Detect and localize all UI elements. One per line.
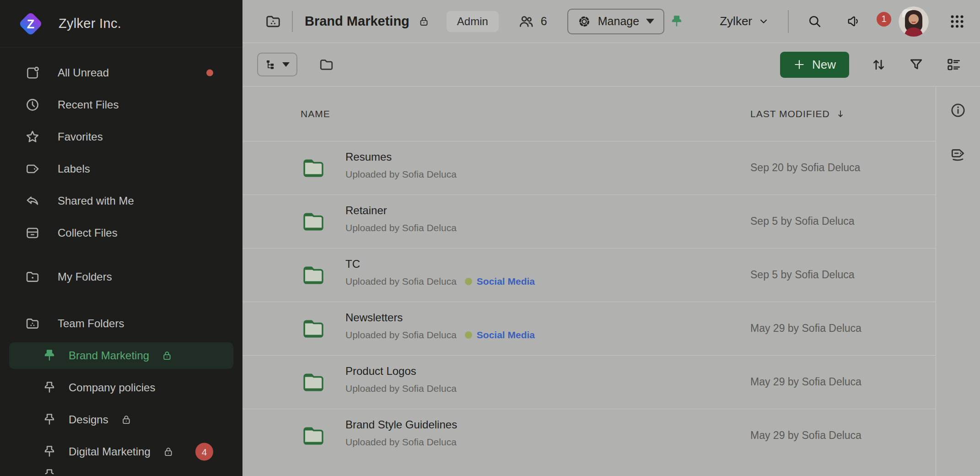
pin-icon xyxy=(42,380,57,395)
last-modified-text: Sep 5 by Sofia Deluca xyxy=(750,215,855,227)
info-icon[interactable] xyxy=(949,102,967,119)
toolbar: New xyxy=(242,43,980,87)
label-chip[interactable]: Social Media xyxy=(465,276,535,287)
sidebar-item-team-folders[interactable]: Team Folders xyxy=(0,308,242,340)
manage-button[interactable]: Manage xyxy=(567,9,664,34)
lock-icon xyxy=(162,446,174,458)
sidebar-header: Z Zylker Inc. xyxy=(0,0,242,48)
sidebar-item-all-unread[interactable]: All Unread xyxy=(0,57,242,89)
sidebar-item-collect-files[interactable]: Collect Files xyxy=(0,217,242,249)
file-name[interactable]: TC xyxy=(345,257,535,271)
sort-icon[interactable] xyxy=(871,57,887,73)
sidebar-item-label: Shared with Me xyxy=(58,195,134,207)
new-button-label: New xyxy=(812,58,836,72)
label-text: Social Media xyxy=(477,330,535,341)
gear-icon xyxy=(577,15,591,28)
uploader-text: Uploaded by Sofia Deluca xyxy=(345,437,457,448)
file-name[interactable]: Product Logos xyxy=(345,364,457,378)
search-icon[interactable] xyxy=(807,14,822,29)
table-row[interactable]: TC Uploaded by Sofia Deluca Social Media… xyxy=(242,248,936,302)
users-icon xyxy=(518,13,534,30)
member-count: 6 xyxy=(541,15,547,28)
divider xyxy=(788,10,789,33)
pinned-icon[interactable] xyxy=(669,14,684,29)
caret-down-icon xyxy=(646,19,654,24)
file-name[interactable]: Resumes xyxy=(345,150,457,164)
main-area: Brand Marketing Admin 6 Manage Zylker xyxy=(242,0,980,476)
last-modified-text: Sep 5 by Sofia Deluca xyxy=(750,269,855,281)
labels-panel-icon[interactable] xyxy=(949,146,967,163)
sidebar-item-label: Recent Files xyxy=(58,98,118,111)
folder-icon xyxy=(302,371,324,393)
sidebar-item-labels[interactable]: Labels xyxy=(0,153,242,185)
user-avatar[interactable] xyxy=(899,6,929,37)
file-list: NAME LAST MODIFIED Resumes Uploaded by S… xyxy=(242,87,936,476)
sidebar-item-recent-files[interactable]: Recent Files xyxy=(0,89,242,121)
file-name[interactable]: Brand Style Guidelines xyxy=(345,418,457,432)
folder-icon xyxy=(302,264,324,286)
sidebar-team-folder-designs[interactable]: Designs xyxy=(9,404,233,436)
list-view-icon[interactable] xyxy=(946,57,962,73)
folder-icon xyxy=(302,424,324,447)
role-badge: Admin xyxy=(447,11,499,32)
table-row[interactable]: Product Logos Uploaded by Sofia Deluca M… xyxy=(242,355,936,409)
view-switcher-dropdown[interactable] xyxy=(257,53,297,76)
collect-icon xyxy=(25,225,40,241)
zylker-logo-icon: Z xyxy=(16,9,46,39)
last-modified-text: May 29 by Sofia Deluca xyxy=(750,322,862,335)
workspace-switcher[interactable]: Zylker xyxy=(720,14,769,28)
spacer xyxy=(0,293,242,308)
table-row[interactable]: Resumes Uploaded by Sofia Deluca Sep 20 … xyxy=(242,141,936,195)
last-modified-text: Sep 20 by Sofia Deluca xyxy=(750,162,860,174)
column-header-name[interactable]: NAME xyxy=(301,108,330,119)
clock-icon xyxy=(25,97,40,113)
lock-icon xyxy=(161,350,173,362)
page-title: Brand Marketing xyxy=(305,14,409,29)
apps-grid-icon[interactable] xyxy=(949,13,965,30)
sidebar-team-folder-company-policies[interactable]: Company policies xyxy=(9,372,233,404)
table-header: NAME LAST MODIFIED xyxy=(242,87,936,141)
team-folder-label: Digital Marketing xyxy=(69,445,151,458)
row-text: Product Logos Uploaded by Sofia Deluca xyxy=(345,364,457,394)
sort-descending-icon xyxy=(835,109,845,119)
table-row[interactable]: Retainer Uploaded by Sofia Deluca Sep 5 … xyxy=(242,195,936,248)
table-row[interactable]: Newsletters Uploaded by Sofia Deluca Soc… xyxy=(242,302,936,355)
new-button[interactable]: New xyxy=(780,52,849,78)
unread-count-badge: 4 xyxy=(195,443,213,461)
sidebar-item-shared-with-me[interactable]: Shared with Me xyxy=(0,185,242,217)
filter-icon[interactable] xyxy=(908,57,924,73)
unread-dot xyxy=(206,70,213,76)
pin-icon xyxy=(42,412,57,427)
announcements-icon[interactable] xyxy=(846,14,861,29)
uploader-text: Uploaded by Sofia Deluca xyxy=(345,169,457,180)
sidebar-item-label: Favorites xyxy=(58,130,103,143)
file-name[interactable]: Newsletters xyxy=(345,311,535,325)
sidebar-nav: All Unread Recent Files Favorites Labels… xyxy=(0,48,242,474)
uploader-text: Uploaded by Sofia Deluca xyxy=(345,330,457,341)
members-button[interactable]: 6 xyxy=(518,13,547,30)
team-folder-label: Brand Marketing xyxy=(69,349,149,362)
plus-icon xyxy=(793,59,805,70)
row-text: Resumes Uploaded by Sofia Deluca xyxy=(345,150,457,180)
uploader-text: Uploaded by Sofia Deluca xyxy=(345,276,457,287)
sidebar-team-folder-partial[interactable] xyxy=(9,468,233,474)
logo-letter: Z xyxy=(27,17,35,31)
label-chip[interactable]: Social Media xyxy=(465,330,535,341)
file-name[interactable]: Retainer xyxy=(345,204,457,217)
star-icon xyxy=(25,129,40,145)
sidebar-item-my-folders[interactable]: My Folders xyxy=(0,261,242,293)
folder-icon xyxy=(302,210,324,233)
sidebar-team-folder-digital-marketing[interactable]: Digital Marketing 4 xyxy=(9,436,233,468)
sidebar-item-favorites[interactable]: Favorites xyxy=(0,121,242,153)
company-name: Zylker Inc. xyxy=(59,16,121,31)
chevron-down-icon xyxy=(759,16,769,27)
team-folder-icon xyxy=(264,13,282,30)
sidebar: Z Zylker Inc. All Unread Recent Files Fa… xyxy=(0,0,242,476)
uploader-text: Uploaded by Sofia Deluca xyxy=(345,383,457,394)
last-modified-text: May 29 by Sofia Deluca xyxy=(750,376,862,388)
lock-icon xyxy=(418,15,430,27)
column-header-last-modified[interactable]: LAST MODIFIED xyxy=(750,108,845,119)
root-folder-icon[interactable] xyxy=(318,57,334,73)
table-row[interactable]: Brand Style Guidelines Uploaded by Sofia… xyxy=(242,409,936,462)
sidebar-team-folder-brand-marketing[interactable]: Brand Marketing xyxy=(9,342,233,369)
